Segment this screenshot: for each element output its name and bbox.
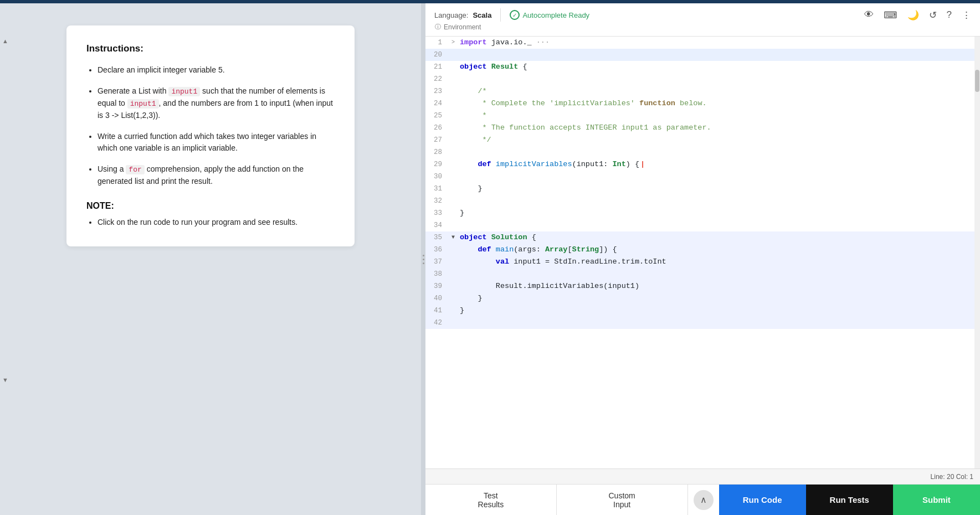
fold-arrow[interactable]: > (449, 37, 458, 49)
note-text: Click on the run code to run your progra… (98, 218, 297, 226)
fold-arrow-empty (449, 110, 458, 122)
line-number: 33 (425, 207, 449, 219)
code-line-36: 36 def main(args: Array[String]) { (425, 244, 980, 256)
code-line-26: 26 * The function accepts INTEGER input1… (425, 122, 980, 134)
scroll-down-left[interactable]: ▼ (2, 377, 8, 383)
code-line-22: 22 (425, 73, 980, 85)
moon-icon[interactable]: 🌙 (907, 9, 919, 21)
toolbar-divider (500, 8, 501, 22)
bottom-actions: Run Code Run Tests Submit (719, 485, 981, 515)
fold-arrow-empty (449, 219, 458, 231)
submit-button[interactable]: Submit (893, 485, 980, 515)
instructions-list: Declare an implicit integer variable 5. … (86, 64, 335, 188)
line-number: 1 (425, 37, 449, 49)
code-line-25: 25 * (425, 110, 980, 122)
gutter-dot (423, 255, 424, 256)
environment-text: Environment (444, 23, 481, 31)
keyboard-icon[interactable]: ⌨ (884, 9, 897, 21)
help-icon[interactable]: ? (947, 9, 952, 20)
editor-scrollbar[interactable] (974, 37, 980, 468)
code-editor[interactable]: 1 > import java.io._ ··· 20 21 object Re… (425, 37, 980, 468)
line-number: 23 (425, 85, 449, 97)
code-line-39: 39 Result.implicitVariables(input1) (425, 280, 980, 292)
status-bar: Line: 20 Col: 1 (425, 468, 980, 484)
line-content (458, 195, 980, 207)
code-line-40: 40 } (425, 292, 980, 305)
code-line-20: 20 (425, 49, 980, 61)
tab-test-results[interactable]: Test Results (425, 485, 557, 515)
code-input1-1: input1 (168, 87, 200, 96)
line-number: 35 (425, 231, 449, 244)
scroll-to-top-button[interactable]: ∧ (694, 490, 714, 510)
line-content (458, 317, 980, 329)
fold-arrow-empty (449, 158, 458, 171)
line-content: } (458, 207, 980, 219)
code-line-38: 38 (425, 268, 980, 280)
note-item: Click on the run code to run your progra… (98, 217, 335, 229)
bottom-panel: Test Results Custom Input ∧ Run Code Run… (425, 484, 980, 515)
code-line-29: 29 def implicitVariables(input1: Int) {| (425, 158, 980, 171)
fold-arrow-empty (449, 207, 458, 219)
code-line-1: 1 > import java.io._ ··· (425, 37, 980, 49)
instruction-text-4: Using a for comprehension, apply the add… (98, 164, 304, 186)
fold-arrow-empty (449, 61, 458, 73)
panel-gutter (421, 3, 425, 515)
list-item: Declare an implicit integer variable 5. (98, 64, 335, 76)
fold-arrow-empty (449, 305, 458, 317)
code-line-33: 33 } (425, 207, 980, 219)
fold-arrow-35[interactable]: ▼ (449, 231, 458, 244)
toolbar-icons: 👁 ⌨ 🌙 ↺ ? ⋮ (864, 9, 971, 21)
history-icon[interactable]: ↺ (929, 9, 937, 21)
more-icon[interactable]: ⋮ (962, 9, 971, 21)
line-content (458, 268, 980, 280)
fold-arrow-empty (449, 49, 458, 61)
code-line-41: 41 } (425, 305, 980, 317)
line-content: /* (458, 85, 980, 97)
fold-arrow-empty (449, 244, 458, 256)
line-number: 42 (425, 317, 449, 329)
note-section: Click on the run code to run your progra… (86, 217, 335, 229)
fold-arrow-empty (449, 256, 458, 268)
line-content (458, 171, 980, 183)
line-number: 27 (425, 134, 449, 146)
line-number: 40 (425, 292, 449, 305)
code-line-27: 27 */ (425, 134, 980, 146)
editor-scroll-thumb[interactable] (975, 70, 979, 92)
line-number: 31 (425, 183, 449, 195)
line-content: Result.implicitVariables(input1) (458, 280, 980, 292)
tab-test-results-line2: Results (478, 500, 504, 509)
tab-custom-input-line2: Input (613, 500, 630, 509)
list-item: Write a curried function add which takes… (98, 131, 335, 154)
fold-arrow-empty (449, 183, 458, 195)
instructions-card: Instructions: Declare an implicit intege… (66, 25, 355, 246)
note-title: NOTE: (86, 201, 335, 211)
run-code-button[interactable]: Run Code (719, 485, 806, 515)
fold-arrow-empty (449, 195, 458, 207)
eye-icon[interactable]: 👁 (864, 9, 874, 20)
code-line-31: 31 } (425, 183, 980, 195)
line-number: 26 (425, 122, 449, 134)
line-content: val input1 = StdIn.readLine.trim.toInt (458, 256, 980, 268)
line-number: 29 (425, 158, 449, 171)
line-number: 30 (425, 171, 449, 183)
fold-arrow-empty (449, 73, 458, 85)
editor-wrapper: 1 > import java.io._ ··· 20 21 object Re… (425, 37, 980, 468)
scroll-up-left[interactable]: ▲ (2, 38, 8, 44)
code-for: for (126, 165, 144, 174)
line-content (458, 146, 980, 158)
fold-arrow-empty (449, 146, 458, 158)
line-number: 28 (425, 146, 449, 158)
code-line-42: 42 (425, 317, 980, 329)
gutter-dot (423, 262, 424, 264)
tab-custom-input-line1: Custom (609, 491, 635, 500)
tab-test-results-line1: Test (484, 491, 498, 500)
code-line-30: 30 (425, 171, 980, 183)
line-number: 41 (425, 305, 449, 317)
code-line-28: 28 (425, 146, 980, 158)
language-label: Language: (434, 11, 468, 19)
tab-custom-input[interactable]: Custom Input (557, 485, 688, 515)
run-tests-button[interactable]: Run Tests (806, 485, 893, 515)
autocomplete-badge: ✓ Autocomplete Ready (510, 10, 589, 20)
fold-arrow-empty (449, 134, 458, 146)
code-line-32: 32 (425, 195, 980, 207)
